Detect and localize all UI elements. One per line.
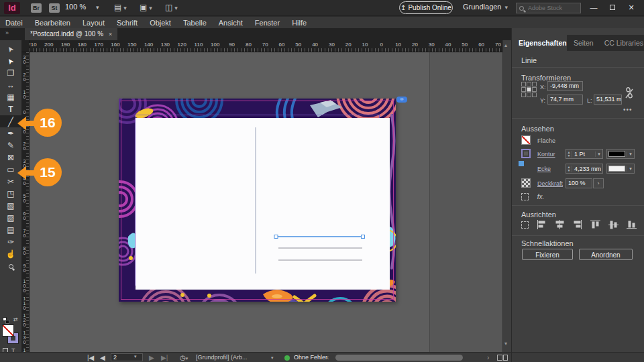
corner-radius-stepper[interactable]: ▲▼ 4,233 mm bbox=[566, 164, 603, 174]
menu-layout[interactable]: Layout bbox=[83, 19, 105, 27]
gradient-tool[interactable]: ▧ bbox=[0, 200, 21, 212]
search-input[interactable] bbox=[527, 4, 578, 12]
scroll-down-icon[interactable]: ▾ bbox=[504, 341, 507, 347]
menu-tabelle[interactable]: Tabelle bbox=[183, 19, 207, 27]
vruler-label: 2 0 bbox=[21, 72, 28, 82]
fill-none-swatch-icon[interactable] bbox=[521, 135, 531, 145]
menu-fenster[interactable]: Fenster bbox=[255, 19, 280, 27]
direct-selection-tool[interactable]: ➤ bbox=[0, 55, 21, 67]
reference-point-grid[interactable] bbox=[521, 82, 537, 98]
align-right-icon[interactable] bbox=[572, 220, 582, 229]
opacity-link[interactable]: Deckkraft bbox=[537, 180, 563, 187]
note-tool[interactable]: ▤ bbox=[0, 224, 21, 236]
length-field[interactable]: 51,531 mm bbox=[594, 95, 622, 105]
linked-content-badge[interactable]: ∞ bbox=[396, 97, 407, 103]
collapse-tools-icon[interactable]: » bbox=[5, 29, 9, 36]
spread-view-icon[interactable] bbox=[497, 355, 508, 361]
selection-tool[interactable]: ➤ bbox=[0, 43, 21, 55]
menu-objekt[interactable]: Objekt bbox=[150, 19, 171, 27]
fill-swatch-none[interactable] bbox=[2, 324, 14, 337]
stroke-link[interactable]: Kontur bbox=[537, 151, 555, 158]
tab-eigenschaften[interactable]: Eigenschaften bbox=[512, 35, 567, 51]
opacity-expand-button[interactable]: › bbox=[593, 178, 604, 188]
content-collector-tool[interactable]: ▦ bbox=[0, 91, 21, 103]
menu-ansicht[interactable]: Ansicht bbox=[219, 19, 243, 27]
pencil-tool[interactable]: ✎ bbox=[0, 139, 21, 152]
align-center-vertical-icon[interactable] bbox=[608, 220, 619, 229]
maximize-button[interactable] bbox=[604, 0, 621, 15]
previous-page-button[interactable]: ◀ bbox=[100, 353, 105, 362]
menu-bearbeiten[interactable]: Bearbeiten bbox=[35, 19, 70, 27]
scroll-up-icon[interactable]: ▴ bbox=[504, 42, 507, 48]
opacity-field[interactable]: 100 % bbox=[566, 178, 592, 188]
tab-cc-libraries[interactable]: CC Libraries bbox=[598, 35, 644, 51]
tab-seiten[interactable]: Seiten bbox=[567, 35, 598, 51]
opacity-icon[interactable] bbox=[521, 178, 531, 188]
stock-button[interactable]: St bbox=[49, 3, 60, 13]
minimize-button[interactable]: — bbox=[585, 0, 602, 15]
zoom-level-caret-icon[interactable]: ▾ bbox=[96, 4, 99, 11]
stroke-color-dropdown[interactable]: ▾ bbox=[606, 149, 635, 159]
lock-button[interactable]: Fixieren bbox=[522, 249, 573, 260]
constrain-proportions-off-icon[interactable] bbox=[625, 87, 634, 99]
zoom-level-select[interactable]: 100 % bbox=[65, 3, 86, 11]
workspace-switcher[interactable]: Grundlagen▾ bbox=[463, 3, 508, 11]
menu-hilfe[interactable]: Hilfe bbox=[292, 19, 307, 27]
free-transform-tool[interactable]: ◳ bbox=[0, 188, 21, 200]
ruler-origin-corner[interactable] bbox=[21, 40, 30, 52]
arrange-button[interactable]: Anordnen bbox=[579, 249, 633, 260]
align-left-icon[interactable] bbox=[537, 220, 547, 229]
align-to-icon[interactable] bbox=[521, 221, 529, 229]
corner-style-dropdown[interactable]: ▾ bbox=[606, 164, 635, 174]
page-number-field[interactable]: 2 bbox=[111, 353, 143, 361]
view-options-dropdown[interactable]: ▤▾ bbox=[114, 3, 127, 12]
stroke-swatch-icon[interactable] bbox=[521, 149, 531, 158]
horizontal-scrollbar-thumb[interactable] bbox=[335, 355, 463, 361]
first-page-button[interactable]: |◀ bbox=[87, 353, 94, 362]
vruler-label: 1 1 0 bbox=[21, 296, 28, 310]
page-tool[interactable]: ❐ bbox=[0, 67, 21, 79]
page-dropdown-icon[interactable]: ▾ bbox=[134, 354, 137, 359]
adobe-stock-search[interactable] bbox=[516, 3, 581, 13]
vertical-scrollbar[interactable]: ▴ ▾ bbox=[502, 40, 511, 352]
align-top-icon[interactable] bbox=[590, 220, 600, 229]
x-field[interactable]: -9,448 mm bbox=[547, 81, 583, 91]
hruler-label: 10 bbox=[395, 42, 401, 48]
hand-tool[interactable]: ☝ bbox=[0, 248, 21, 260]
more-options-button[interactable]: ••• bbox=[623, 106, 633, 113]
frame-options-icon[interactable] bbox=[521, 193, 529, 200]
align-center-horizontal-icon[interactable] bbox=[555, 220, 565, 229]
y-field[interactable]: 74,7 mm bbox=[547, 95, 583, 105]
close-window-button[interactable]: ✕ bbox=[623, 0, 640, 15]
align-bottom-icon[interactable] bbox=[627, 220, 637, 229]
swap-fill-stroke-icon[interactable]: ⇄ bbox=[13, 316, 18, 322]
gradient-feather-tool[interactable]: ▨ bbox=[0, 212, 21, 224]
chevron-down-icon[interactable]: ▾ bbox=[271, 353, 274, 362]
gap-tool[interactable]: ↔ bbox=[0, 79, 21, 91]
publish-online-button[interactable]: ↥Publish Online bbox=[399, 1, 453, 14]
postcard-artwork[interactable] bbox=[119, 99, 396, 302]
stroke-weight-stepper[interactable]: ▲▼ 1 Pt ▾ bbox=[566, 149, 603, 159]
last-page-button[interactable]: ▶| bbox=[161, 353, 168, 362]
stepper-arrows-icon[interactable]: ▲▼ bbox=[566, 166, 572, 172]
menu-datei[interactable]: Datei bbox=[5, 19, 23, 27]
screen-mode-dropdown[interactable]: ▣▾ bbox=[140, 3, 152, 12]
document-tab[interactable]: *Postcard.indd @ 100 %× bbox=[25, 28, 117, 40]
close-tab-icon[interactable]: × bbox=[109, 31, 112, 38]
bridge-button[interactable]: Br bbox=[31, 3, 42, 13]
fx-button[interactable]: fx. bbox=[537, 193, 545, 200]
corner-link[interactable]: Ecke bbox=[537, 166, 551, 172]
scroll-right-icon[interactable]: › bbox=[487, 353, 489, 362]
chevron-down-icon[interactable]: ▾ bbox=[627, 166, 634, 172]
arrange-documents-dropdown[interactable]: ◫▾ bbox=[165, 3, 178, 12]
chevron-down-icon[interactable]: ▾ bbox=[595, 152, 602, 157]
scroll-left-icon[interactable]: ‹ bbox=[327, 353, 329, 362]
next-page-button[interactable]: ▶ bbox=[149, 353, 154, 362]
menu-schrift[interactable]: Schrift bbox=[117, 19, 138, 27]
chevron-down-icon[interactable]: ▾ bbox=[627, 152, 634, 157]
pasteboard[interactable]: ∞ bbox=[30, 52, 502, 352]
stepper-arrows-icon[interactable]: ▲▼ bbox=[566, 151, 572, 158]
eyedropper-tool[interactable]: ✑ bbox=[0, 236, 21, 248]
preflight-menu-icon[interactable]: ◷▾ bbox=[180, 353, 188, 362]
zoom-tool[interactable] bbox=[0, 260, 21, 272]
